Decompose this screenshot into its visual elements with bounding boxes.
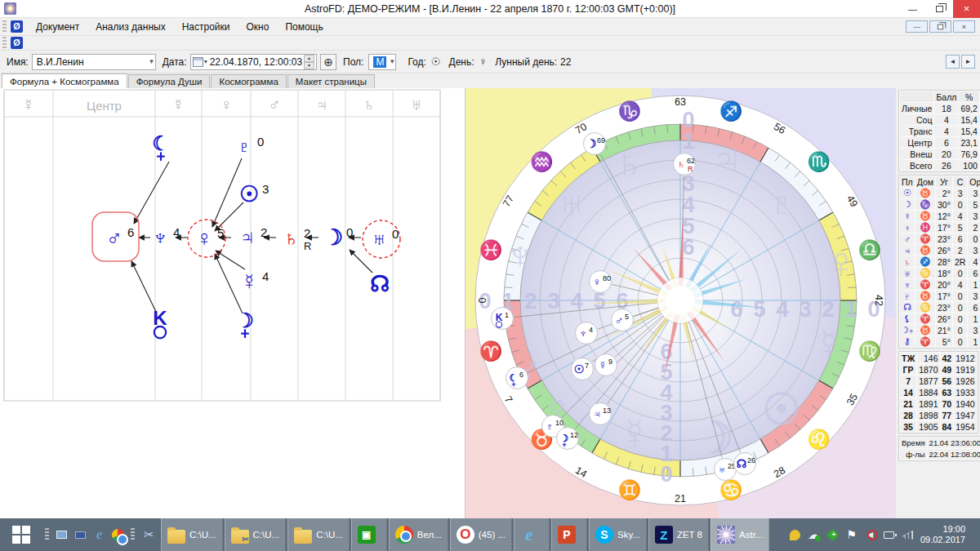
prev-record-button[interactable]: ◄	[946, 55, 960, 69]
tab-3[interactable]: Космограмма	[211, 74, 286, 88]
cloud-sync-icon[interactable]: ☁	[808, 529, 820, 541]
table-row[interactable]: 281898771947	[900, 410, 977, 420]
taskbar-clock[interactable]: 19:00 09.02.2017	[920, 524, 973, 545]
show-desktop-icon[interactable]	[55, 528, 69, 542]
svg-text:80: 80	[603, 274, 611, 282]
restore-icon	[936, 6, 943, 12]
table-row[interactable]: ПлДомУгСОр	[900, 176, 980, 187]
table-row[interactable]: ♆♈20°41	[900, 279, 980, 290]
table-row[interactable]: ф-лы22.04 12:08:00	[900, 449, 980, 460]
table-row[interactable]: ГР1870491919	[900, 364, 977, 375]
svg-text:1: 1	[505, 311, 509, 319]
child-minimize-button[interactable]: —	[906, 20, 928, 33]
menu-item-настройки[interactable]: Настройки	[174, 20, 238, 34]
snipping-tool-icon[interactable]: ✂	[142, 528, 156, 542]
taskbar-button-chrome[interactable]: Вел...	[389, 518, 448, 551]
taskbar-button-store[interactable]: ▣	[351, 518, 387, 551]
svg-text:4: 4	[173, 225, 180, 239]
table-row[interactable]: ТЖ146421912	[900, 353, 977, 363]
taskbar-button-folder[interactable]: C:\U...	[161, 518, 223, 551]
taskbar-button-powerpoint[interactable]: P	[551, 518, 587, 551]
taskbar-button-astrofd[interactable]: Astr...	[710, 518, 769, 551]
svg-text:0: 0	[257, 135, 264, 149]
taskbar-button-zet[interactable]: ZZET 8	[648, 518, 709, 551]
chrome-quicklaunch-icon[interactable]	[111, 528, 125, 542]
tray-notification-icon[interactable]	[789, 529, 801, 541]
tab-4[interactable]: Макет страницы	[287, 74, 375, 88]
table-row[interactable]: Всего26100	[900, 160, 979, 171]
svg-text:♇: ♇	[546, 420, 555, 433]
formula-node-north-node: ☊	[370, 272, 390, 296]
close-button[interactable]: ×	[953, 0, 980, 18]
next-record-button[interactable]: ►	[961, 55, 975, 69]
table-row[interactable]: Балл%	[900, 91, 979, 102]
action-center-flag-icon[interactable]: ⚑	[845, 529, 858, 541]
table-row[interactable]: ☽♑30°05	[900, 199, 980, 210]
toolbar-grip[interactable]	[2, 20, 7, 33]
taskbar-button-folder[interactable]: C:\U...	[287, 518, 350, 551]
table-row[interactable]: Транс415,4	[900, 126, 979, 136]
update-icon[interactable]	[826, 529, 839, 541]
date-spinner[interactable]: ▲▼	[304, 55, 314, 69]
table-row[interactable]: 71877561926	[900, 375, 977, 386]
minimize-button[interactable]: —	[899, 0, 926, 18]
table-row[interactable]: ♂♈23°60	[900, 233, 980, 244]
table-row[interactable]: ♇♉17°03	[900, 291, 980, 301]
menu-item-анализ-данных[interactable]: Анализ данных	[87, 20, 173, 34]
menu-item-документ[interactable]: Документ	[28, 20, 87, 34]
quick-launch: e	[51, 528, 128, 542]
table-row[interactable]: 351905841954	[900, 421, 977, 432]
restore-button[interactable]	[926, 0, 953, 18]
taskbar-button-skype[interactable]: SSky...	[589, 518, 647, 551]
child-restore-button[interactable]	[929, 20, 951, 33]
taskbar-button-opera[interactable]: O(45) ...	[450, 518, 512, 551]
taskbar-button-ie[interactable]: e	[514, 518, 550, 551]
table-row[interactable]: Время21.04 23:06:00	[900, 438, 980, 448]
battery-icon[interactable]	[883, 529, 895, 541]
table-row[interactable]: ♄♐28°2R4	[900, 256, 980, 267]
volume-muted-icon[interactable]: ◄	[864, 529, 876, 541]
date-input[interactable]: ▾ 22.04.1870, 12:00:03 ▲▼	[190, 54, 317, 70]
table-row[interactable]: ♅♋18°06	[900, 268, 980, 278]
new-document-icon[interactable]: Ø	[11, 37, 23, 49]
globe-button[interactable]: ⊕	[320, 54, 336, 70]
table-row[interactable]: Соц415,4	[900, 114, 979, 125]
table-row[interactable]: ☉♉2°33	[900, 188, 980, 198]
name-combobox[interactable]: В.И.Ленин ▾	[32, 54, 156, 70]
chevron-down-icon[interactable]: ▾	[204, 58, 207, 65]
ie-quicklaunch-icon[interactable]: e	[92, 528, 106, 542]
table-row[interactable]: Центр623,1	[900, 137, 979, 148]
toolbar-grip[interactable]	[2, 37, 7, 50]
table-row[interactable]: ☽₊♉21°03	[900, 325, 980, 335]
taskbar-grip[interactable]	[131, 528, 135, 541]
menu-item-окно[interactable]: Окно	[238, 20, 277, 34]
tab-2[interactable]: Формула Души	[128, 74, 211, 88]
sex-combobox[interactable]: М ▾	[368, 54, 396, 70]
svg-text:☾: ☾	[510, 372, 519, 384]
taskbar-grip[interactable]	[45, 528, 49, 541]
table-row[interactable]: 141884631933	[900, 387, 977, 398]
child-close-button[interactable]: ×	[953, 20, 975, 33]
soul-formula-diagram: ☿Центр☿♀♂♃♄♅☾♇0☉3♂6♆4♀5♃2♄2R☽0♅0☿4☊K☽	[0, 88, 466, 518]
svg-text:☿: ☿	[241, 269, 257, 294]
zodiac-sign-aquarius: ♒	[530, 150, 554, 173]
table-row[interactable]: ⚸♈26°01	[900, 313, 980, 324]
calendar-icon[interactable]	[193, 57, 203, 67]
svg-text:5: 5	[753, 297, 765, 322]
tab-1[interactable]: Формула + Космограмма	[2, 73, 127, 88]
table-row[interactable]: ☿♉12°43	[900, 211, 980, 221]
taskbar-button-folder-scissors[interactable]: ✂C:\U...	[225, 518, 287, 551]
start-button[interactable]	[0, 518, 42, 551]
network-icon[interactable]	[902, 529, 914, 541]
table-row[interactable]: ⚷♈5°01	[900, 336, 980, 347]
table-row[interactable]: ☊♋23°06	[900, 302, 980, 313]
wheel-planet-sun: ☉7	[572, 358, 594, 380]
table-row[interactable]: ♃♉26°23	[900, 245, 980, 256]
table-row[interactable]: 211891701940	[900, 398, 977, 409]
display-icon[interactable]	[74, 528, 87, 542]
table-row[interactable]: ♀♓17°52	[900, 222, 980, 233]
svg-text:3: 3	[799, 297, 811, 322]
table-row[interactable]: Внеш2076,9	[900, 149, 979, 159]
table-row[interactable]: Личные1869,2	[900, 103, 979, 113]
menu-item-помощь[interactable]: Помощь	[277, 20, 331, 34]
